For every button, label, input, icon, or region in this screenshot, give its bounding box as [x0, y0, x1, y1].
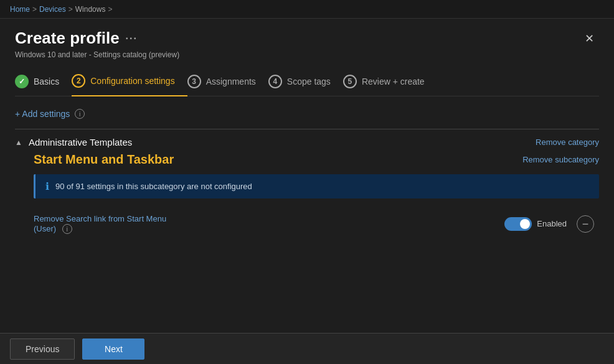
subcategory-row: Start Menu and Taskbar Remove subcategor… [15, 152, 599, 167]
step-configuration[interactable]: 2 Configuration settings [72, 69, 187, 96]
breadcrumb-sep-1: > [32, 5, 37, 14]
step-configuration-num: 2 [72, 74, 85, 88]
step-review-create-label: Review + create [362, 77, 425, 86]
setting-label-line1: Remove Search link from Start Menu [34, 214, 166, 223]
step-assignments-num: 3 [187, 75, 201, 88]
close-button[interactable]: ✕ [580, 29, 599, 48]
toggle-label: Enabled [537, 219, 567, 228]
breadcrumb-sep-2: > [68, 5, 73, 14]
bottom-bar: Previous Next [0, 333, 614, 364]
toggle-container: Enabled [504, 217, 567, 231]
category-left: ▲ Administrative Templates [15, 137, 132, 147]
add-settings-button[interactable]: + Add settings [15, 109, 70, 119]
steps-bar: ✓ Basics 2 Configuration settings 3 Assi… [15, 69, 599, 96]
breadcrumb-windows: Windows [75, 5, 106, 14]
step-basics[interactable]: ✓ Basics [15, 70, 72, 96]
content-scroll: + Add settings i ▲ Administrative Templa… [15, 109, 599, 354]
breadcrumb-home[interactable]: Home [10, 5, 30, 14]
setting-label-line2: (User) [34, 224, 56, 233]
remove-subcategory-button[interactable]: Remove subcategory [522, 155, 599, 164]
setting-right: Enabled − [504, 215, 594, 233]
setting-toggle[interactable] [504, 217, 532, 231]
step-basics-label: Basics [34, 77, 59, 86]
info-banner: ℹ 90 of 91 settings in this subcategory … [34, 174, 599, 198]
step-review-create-num: 5 [343, 75, 357, 88]
category-name: Administrative Templates [29, 137, 132, 147]
setting-info-icon[interactable]: i [62, 224, 72, 234]
step-scope-tags-num: 4 [268, 75, 282, 88]
step-scope-tags-label: Scope tags [287, 77, 331, 86]
panel-title-text: Create profile [15, 29, 120, 48]
breadcrumb: Home > Devices > Windows > [10, 5, 112, 14]
collapse-icon[interactable]: ▲ [15, 138, 22, 147]
step-assignments[interactable]: 3 Assignments [187, 70, 268, 96]
remove-setting-button[interactable]: − [577, 215, 594, 233]
next-button[interactable]: Next [82, 338, 144, 360]
content-divider [15, 129, 599, 129]
step-configuration-label: Configuration settings [90, 76, 174, 86]
step-basics-num: ✓ [15, 75, 29, 88]
panel-header: Create profile ··· ✕ [15, 29, 599, 48]
info-banner-icon: ℹ [45, 180, 49, 192]
previous-button[interactable]: Previous [10, 338, 75, 360]
panel-title: Create profile ··· [15, 29, 138, 48]
setting-label-text[interactable]: Remove Search link from Start Menu (User… [34, 214, 166, 233]
info-banner-text: 90 of 91 settings in this subcategory ar… [55, 182, 252, 191]
step-review-create[interactable]: 5 Review + create [343, 70, 437, 96]
breadcrumb-sep-3: > [108, 5, 112, 14]
remove-category-button[interactable]: Remove category [536, 138, 599, 147]
add-settings-row: + Add settings i [15, 109, 599, 119]
category-row: ▲ Administrative Templates Remove catego… [15, 137, 599, 147]
add-settings-info-icon[interactable]: i [75, 109, 85, 119]
setting-label: Remove Search link from Start Menu (User… [34, 213, 504, 234]
setting-row: Remove Search link from Start Menu (User… [15, 208, 599, 239]
step-scope-tags[interactable]: 4 Scope tags [268, 70, 343, 96]
subcategory-name: Start Menu and Taskbar [34, 152, 174, 167]
panel-subtitle: Windows 10 and later - Settings catalog … [15, 50, 599, 59]
main-panel: Create profile ··· ✕ Windows 10 and late… [0, 19, 614, 364]
step-assignments-label: Assignments [206, 77, 256, 86]
top-bar: Home > Devices > Windows > [0, 0, 614, 19]
breadcrumb-devices[interactable]: Devices [39, 5, 66, 14]
panel-ellipsis-menu[interactable]: ··· [126, 33, 138, 44]
